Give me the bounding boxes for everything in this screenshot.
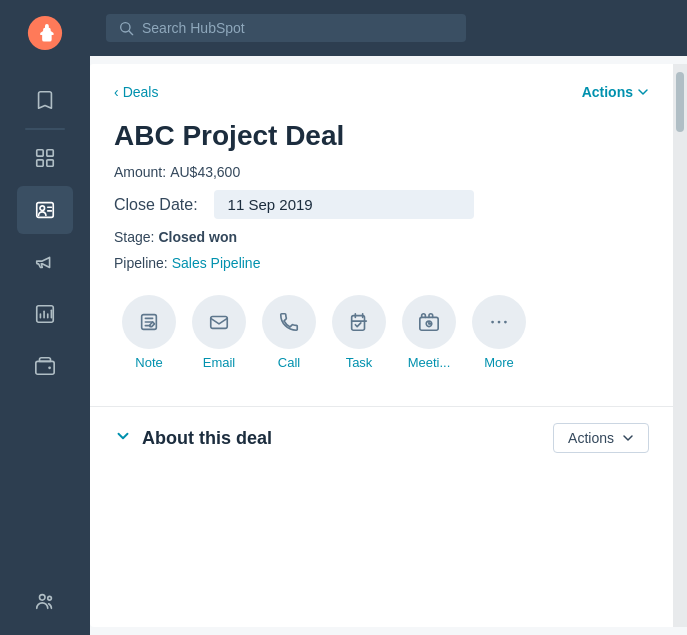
search-placeholder: Search HubSpot xyxy=(142,20,245,36)
svg-line-19 xyxy=(129,31,133,35)
sidebar-item-bookmarks[interactable] xyxy=(17,76,73,124)
contacts-icon xyxy=(34,199,56,221)
section-title-row: About this deal xyxy=(114,427,272,449)
chevron-down-icon xyxy=(637,86,649,98)
note-action[interactable]: Note xyxy=(122,295,176,370)
svg-point-16 xyxy=(40,595,46,601)
stage-value: Closed won xyxy=(158,229,237,245)
email-label: Email xyxy=(203,355,236,370)
svg-point-29 xyxy=(504,321,507,324)
search-icon xyxy=(118,20,134,36)
back-label: Deals xyxy=(123,84,159,100)
note-button[interactable] xyxy=(122,295,176,349)
amount-label: Amount: xyxy=(114,164,166,180)
email-button[interactable] xyxy=(192,295,246,349)
note-icon xyxy=(138,311,160,333)
email-action[interactable]: Email xyxy=(192,295,246,370)
more-button[interactable] xyxy=(472,295,526,349)
meeting-label: Meeti... xyxy=(408,355,451,370)
more-label: More xyxy=(484,355,514,370)
search-box[interactable]: Search HubSpot xyxy=(106,14,466,42)
content-wrapper: ‹ Deals Actions ABC Project Deal Amount: xyxy=(90,56,687,635)
email-icon xyxy=(208,311,230,333)
meeting-icon xyxy=(418,311,440,333)
pipeline-value: Sales Pipeline xyxy=(172,255,261,271)
deal-title: ABC Project Deal xyxy=(114,120,649,152)
svg-rect-3 xyxy=(37,160,43,166)
task-icon xyxy=(348,311,370,333)
main-area: Search HubSpot ‹ Deals Actions xyxy=(90,0,687,635)
sidebar-item-reports[interactable] xyxy=(17,290,73,338)
deal-page: ‹ Deals Actions ABC Project Deal Amount: xyxy=(90,64,673,398)
pipeline-row: Pipeline: Sales Pipeline xyxy=(114,255,649,271)
note-label: Note xyxy=(135,355,162,370)
sidebar-item-divider xyxy=(25,128,65,130)
scrollbar-track[interactable] xyxy=(673,64,687,627)
task-action[interactable]: Task xyxy=(332,295,386,370)
close-date-value[interactable]: 11 Sep 2019 xyxy=(214,190,474,219)
amount-value: AU$43,600 xyxy=(170,164,240,180)
call-button[interactable] xyxy=(262,295,316,349)
more-icon xyxy=(488,311,510,333)
section-collapse-button[interactable] xyxy=(114,427,132,449)
call-action[interactable]: Call xyxy=(262,295,316,370)
content-scroll: ‹ Deals Actions ABC Project Deal Amount: xyxy=(90,64,673,627)
task-label: Task xyxy=(346,355,373,370)
hubspot-logo-icon xyxy=(26,14,64,52)
sidebar-item-people[interactable] xyxy=(17,577,73,625)
sidebar-item-contacts[interactable] xyxy=(17,186,73,234)
svg-point-17 xyxy=(48,596,52,600)
actions-dropdown-button[interactable]: Actions xyxy=(582,84,649,100)
sidebar-item-sales[interactable] xyxy=(17,342,73,390)
svg-point-28 xyxy=(498,321,501,324)
sidebar-item-marketing[interactable] xyxy=(17,238,73,286)
meeting-button[interactable] xyxy=(402,295,456,349)
svg-rect-14 xyxy=(36,361,54,374)
grid-icon xyxy=(34,147,56,169)
meeting-action[interactable]: Meeti... xyxy=(402,295,456,370)
section-actions-label: Actions xyxy=(568,430,614,446)
sidebar-item-grid[interactable] xyxy=(17,134,73,182)
svg-rect-2 xyxy=(47,150,53,156)
pipeline-label: Pipeline: xyxy=(114,255,168,271)
wallet-icon xyxy=(34,355,56,377)
actions-label: Actions xyxy=(582,84,633,100)
back-to-deals-link[interactable]: ‹ Deals xyxy=(114,84,158,100)
stage-row: Stage: Closed won xyxy=(114,229,649,245)
people-icon xyxy=(34,590,56,612)
scrollbar-thumb[interactable] xyxy=(676,72,684,132)
section-title: About this deal xyxy=(142,428,272,449)
task-button[interactable] xyxy=(332,295,386,349)
about-deal-section: About this deal Actions xyxy=(90,406,673,469)
more-action[interactable]: More xyxy=(472,295,526,370)
chevron-left-icon: ‹ xyxy=(114,84,119,100)
sidebar xyxy=(0,0,90,635)
section-actions-button[interactable]: Actions xyxy=(553,423,649,453)
phone-icon xyxy=(278,311,300,333)
call-label: Call xyxy=(278,355,300,370)
stage-label: Stage: xyxy=(114,229,154,245)
close-date-label: Close Date: xyxy=(114,196,198,214)
svg-point-27 xyxy=(491,321,494,324)
close-date-row: Close Date: 11 Sep 2019 xyxy=(114,190,649,219)
bookmark-icon xyxy=(34,89,56,111)
svg-rect-4 xyxy=(47,160,53,166)
reports-icon xyxy=(34,303,56,325)
megaphone-icon xyxy=(34,251,56,273)
hubspot-logo xyxy=(26,14,64,56)
action-buttons-row: Note Email xyxy=(114,295,649,370)
svg-rect-21 xyxy=(211,317,228,329)
topbar: Search HubSpot xyxy=(90,0,687,56)
breadcrumb-row: ‹ Deals Actions xyxy=(114,84,649,100)
svg-rect-1 xyxy=(37,150,43,156)
section-chevron-down-icon xyxy=(622,432,634,444)
svg-point-15 xyxy=(48,366,51,369)
svg-point-6 xyxy=(40,206,45,211)
amount-row: Amount: AU$43,600 xyxy=(114,164,649,180)
